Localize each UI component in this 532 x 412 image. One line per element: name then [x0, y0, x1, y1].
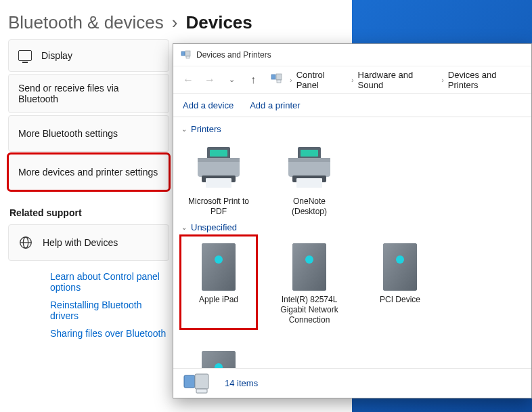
breadcrumb-parent[interactable]: Bluetooth & devices	[8, 12, 164, 33]
monitor-icon	[18, 50, 32, 61]
devices-printers-icon	[180, 50, 191, 60]
help-links: Learn about Control panel options Reinst…	[8, 271, 169, 339]
chevron-right-icon: ›	[290, 76, 292, 84]
generic-device-icon	[192, 347, 246, 368]
nav-recent-dropdown[interactable]: ⌄	[222, 70, 241, 89]
nav-up-button[interactable]: ↑	[244, 70, 263, 89]
help-link-control-panel[interactable]: Learn about Control panel options	[50, 271, 169, 293]
chevron-down-icon: ⌄	[181, 224, 187, 231]
device-label: Intel(R) 82574L Gigabit Network Connecti…	[275, 295, 344, 325]
svg-rect-33	[184, 375, 195, 388]
device-intel-network[interactable]: Intel(R) 82574L Gigabit Network Connecti…	[272, 236, 347, 328]
device-label: Apple iPad	[199, 295, 238, 315]
help-link-reinstall-bluetooth[interactable]: Reinstalling Bluetooth drivers	[50, 300, 169, 321]
svg-rect-22	[202, 243, 236, 291]
nav-back-button[interactable]: ←	[179, 70, 198, 89]
address-bar[interactable]: › Control Panel› Hardware and Sound› Dev…	[290, 70, 526, 90]
svg-point-29	[396, 255, 404, 264]
breadcrumb-separator: ›	[172, 12, 178, 33]
address-seg-devices-printers[interactable]: Devices and Printers	[448, 70, 526, 90]
svg-rect-35	[196, 389, 207, 393]
svg-rect-20	[296, 178, 322, 188]
svg-point-23	[215, 255, 223, 264]
settings-item-label: Display	[41, 50, 72, 61]
address-seg-hardware-sound[interactable]: Hardware and Sound›	[358, 70, 444, 90]
toolbar: Add a device Add a printer	[173, 93, 531, 117]
status-bar: 14 items	[173, 368, 531, 398]
window-title: Devices and Printers	[196, 50, 271, 60]
svg-rect-6	[271, 75, 275, 79]
svg-rect-18	[288, 158, 330, 162]
breadcrumb-current: Devices	[185, 12, 252, 33]
svg-rect-3	[181, 52, 185, 56]
svg-point-26	[305, 255, 313, 264]
settings-item-help-devices[interactable]: Help with Devices	[8, 224, 169, 261]
settings-item-label: Help with Devices	[43, 237, 118, 248]
settings-item-more-bluetooth[interactable]: More Bluetooth settings	[8, 115, 169, 152]
device-onenote-desktop[interactable]: OneNote (Desktop)	[272, 138, 347, 220]
globe-icon	[18, 235, 33, 250]
related-support-heading: Related support	[8, 207, 169, 218]
svg-rect-4	[185, 51, 190, 56]
chevron-down-icon: ⌄	[181, 125, 187, 133]
device-microsoft-print-pdf[interactable]: Microsoft Print to PDF	[181, 138, 256, 220]
generic-device-icon	[373, 239, 427, 293]
svg-rect-5	[186, 56, 190, 58]
generic-device-icon	[192, 239, 246, 293]
settings-item-send-receive-bluetooth[interactable]: Send or receive files via Bluetooth	[8, 74, 169, 113]
settings-item-label: More Bluetooth settings	[18, 128, 118, 139]
svg-rect-7	[276, 74, 282, 80]
help-link-sharing-bluetooth[interactable]: Sharing files over Bluetooth	[50, 328, 169, 339]
settings-item-display[interactable]: Display	[8, 39, 169, 72]
device-usb-root-hub[interactable]: USB Root Hub (USB 3.0)	[181, 344, 256, 368]
settings-item-label: More devices and printer settings	[18, 167, 158, 178]
add-device-button[interactable]: Add a device	[183, 100, 234, 110]
svg-rect-25	[292, 243, 326, 291]
category-label: Unspecified	[191, 222, 237, 232]
breadcrumb: Bluetooth & devices › Devices	[8, 12, 252, 33]
settings-item-label: Send or receive files via Bluetooth	[18, 83, 159, 104]
device-label: PCI Device	[380, 295, 420, 315]
status-count: 14 items	[225, 378, 258, 388]
svg-rect-8	[277, 80, 281, 83]
svg-rect-34	[195, 374, 208, 389]
add-printer-button[interactable]: Add a printer	[250, 100, 300, 110]
settings-list: Display Send or receive files via Blueto…	[8, 39, 169, 339]
printer-icon	[192, 141, 246, 195]
generic-device-icon	[282, 239, 336, 293]
printer-icon	[282, 141, 336, 195]
titlebar: Devices and Printers	[173, 44, 531, 66]
devices-status-icon	[183, 373, 211, 394]
device-label: OneNote (Desktop)	[275, 197, 344, 217]
content-area: ⌄ Printers Microsoft Print to PDF	[173, 117, 531, 368]
devices-printers-window: Devices and Printers ← → ⌄ ↑ › Control P…	[173, 43, 532, 398]
device-apple-ipad[interactable]: Apple iPad	[181, 236, 256, 328]
category-label: Printers	[191, 124, 221, 134]
nav-forward-button[interactable]: →	[200, 70, 219, 89]
settings-item-more-devices-printers[interactable]: More devices and printer settings	[8, 154, 169, 190]
svg-rect-12	[198, 158, 240, 162]
svg-rect-14	[206, 178, 231, 188]
navbar: ← → ⌄ ↑ › Control Panel› Hardware and So…	[173, 66, 531, 93]
svg-rect-28	[383, 243, 417, 291]
device-label: Microsoft Print to PDF	[184, 197, 253, 217]
device-pci[interactable]: PCI Device	[363, 236, 437, 328]
svg-rect-16	[301, 150, 318, 157]
address-seg-control-panel[interactable]: Control Panel›	[296, 70, 354, 90]
svg-rect-10	[210, 150, 227, 157]
category-unspecified-header[interactable]: ⌄ Unspecified	[181, 222, 523, 232]
category-printers-header[interactable]: ⌄ Printers	[181, 124, 523, 134]
unspecified-grid: Apple iPad Intel(R) 82574L Gigabit Netwo…	[181, 236, 523, 368]
printers-grid: Microsoft Print to PDF OneNote (Desktop)	[181, 138, 523, 220]
address-icon	[271, 73, 283, 87]
